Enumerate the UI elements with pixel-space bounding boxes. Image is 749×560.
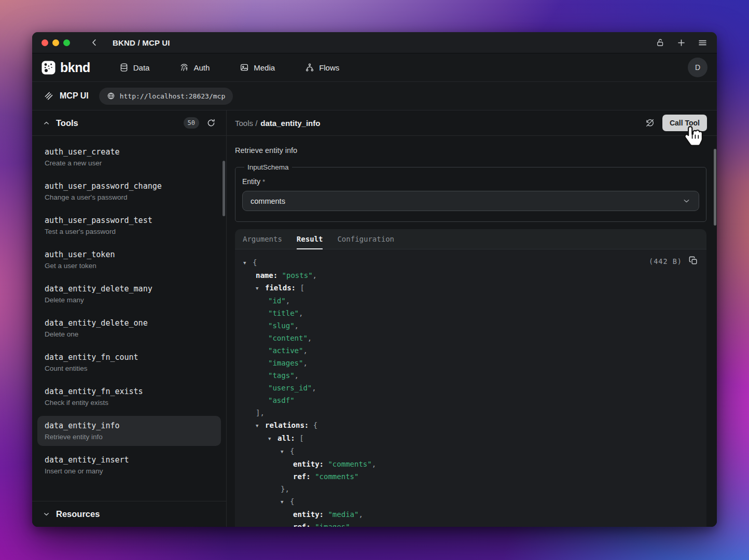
tab-arguments[interactable]: Arguments bbox=[243, 229, 282, 249]
json-punct: , bbox=[295, 371, 299, 380]
json-punct: , bbox=[299, 309, 303, 317]
nav-item-media[interactable]: Media bbox=[240, 63, 275, 72]
call-tool-button[interactable]: Call Tool bbox=[662, 115, 707, 131]
main-panel: Tools / data_entity_info Call Tool Retri… bbox=[227, 110, 717, 527]
json-punct: , bbox=[308, 334, 312, 342]
tool-name: data_entity_delete_many bbox=[45, 284, 214, 293]
main-scrollbar[interactable] bbox=[714, 149, 716, 226]
nav-item-label: Auth bbox=[193, 63, 210, 72]
json-line: "asdf" bbox=[243, 394, 698, 407]
tool-name: data_entity_delete_one bbox=[45, 318, 214, 328]
nav-item-label: Media bbox=[254, 63, 275, 72]
back-icon[interactable] bbox=[90, 38, 99, 47]
json-line: name: "posts", bbox=[243, 269, 698, 282]
sidebar-item-auth_user_create[interactable]: auth_user_createCreate a new user bbox=[37, 142, 221, 172]
json-punct: { bbox=[253, 258, 257, 267]
json-punct: , bbox=[303, 346, 307, 355]
tool-name: data_entity_info bbox=[45, 421, 214, 430]
server-url-pill[interactable]: http://localhost:28623/mcp bbox=[99, 88, 233, 105]
bknd-logo-icon bbox=[41, 61, 56, 75]
json-punct: [ bbox=[300, 284, 304, 292]
close-window-button[interactable] bbox=[41, 39, 48, 46]
sidebar-item-auth_user_password_test[interactable]: auth_user_password_testTest a user's pas… bbox=[37, 211, 221, 241]
sidebar-item-data_entity_fn_count[interactable]: data_entity_fn_countCount entities bbox=[37, 347, 221, 377]
refresh-icon[interactable] bbox=[206, 118, 216, 128]
app-window: BKND / MCP UI bknd DataAuthMediaFlows D bbox=[32, 32, 717, 527]
json-line: "images", bbox=[243, 357, 698, 369]
nav-item-flows[interactable]: Flows bbox=[305, 63, 339, 72]
maximize-window-button[interactable] bbox=[63, 39, 70, 46]
json-punct: [ bbox=[299, 434, 303, 442]
tab-result[interactable]: Result bbox=[297, 229, 323, 249]
json-key: name: bbox=[256, 271, 282, 279]
nav-item-auth[interactable]: Auth bbox=[179, 63, 210, 72]
sidebar-item-auth_user_password_change[interactable]: auth_user_password_changeChange a user's… bbox=[37, 176, 221, 206]
json-string: "users_id" bbox=[268, 384, 312, 392]
sidebar-scrollbar[interactable] bbox=[223, 161, 225, 216]
sidebar-item-data_entity_fn_exists[interactable]: data_entity_fn_existsCheck if entity exi… bbox=[37, 382, 221, 412]
lock-open-icon[interactable] bbox=[656, 38, 665, 47]
json-punct: , bbox=[358, 510, 363, 519]
json-line: ▼{ bbox=[243, 495, 698, 508]
tool-description: Delete many bbox=[45, 296, 214, 304]
json-key: ref: bbox=[293, 472, 315, 481]
json-key: relations: bbox=[265, 421, 313, 429]
json-punct: { bbox=[290, 447, 294, 455]
collapse-toggle-icon[interactable]: ▼ bbox=[281, 496, 290, 508]
json-string: "media" bbox=[328, 510, 358, 519]
history-off-icon[interactable] bbox=[645, 118, 655, 128]
input-schema-fieldset: InputSchema Entity* comments bbox=[235, 163, 706, 222]
tool-description: Delete one bbox=[45, 330, 214, 338]
json-line: ▼{ bbox=[243, 445, 698, 458]
json-line: entity: "media", bbox=[243, 508, 698, 521]
tool-description: Insert one or many bbox=[45, 467, 214, 475]
sidebar-item-auth_user_token[interactable]: auth_user_tokenGet a user token bbox=[37, 245, 221, 275]
copy-icon[interactable] bbox=[688, 256, 698, 265]
server-url: http://localhost:28623/mcp bbox=[120, 92, 226, 100]
entity-select[interactable]: comments bbox=[242, 191, 699, 211]
breadcrumb-current: data_entity_info bbox=[260, 119, 320, 128]
tab-configuration[interactable]: Configuration bbox=[337, 229, 394, 249]
tool-description: Change a user's password bbox=[45, 193, 214, 201]
json-punct: , bbox=[286, 297, 290, 305]
json-punct: , bbox=[313, 271, 317, 279]
nav-item-data[interactable]: Data bbox=[119, 63, 150, 72]
mcp-bar: MCP UI http://localhost:28623/mcp bbox=[32, 82, 717, 110]
json-line: ▼fields: [ bbox=[243, 282, 698, 295]
sidebar-item-data_entity_info[interactable]: data_entity_infoRetrieve entity info bbox=[37, 416, 221, 446]
json-punct: , bbox=[312, 384, 316, 392]
json-string: "content" bbox=[268, 334, 308, 342]
resources-section-header[interactable]: Resources bbox=[32, 501, 226, 527]
breadcrumb[interactable]: Tools / bbox=[235, 119, 257, 128]
minimize-window-button[interactable] bbox=[52, 39, 59, 46]
json-key: ref: bbox=[293, 523, 315, 527]
new-tab-icon[interactable] bbox=[676, 38, 686, 48]
tool-name: data_entity_fn_exists bbox=[45, 387, 214, 396]
json-string: "tags" bbox=[268, 371, 295, 380]
entity-field-label: Entity* bbox=[242, 177, 699, 186]
collapse-toggle-icon[interactable]: ▼ bbox=[243, 257, 253, 269]
sidebar-item-data_entity_delete_one[interactable]: data_entity_delete_oneDelete one bbox=[37, 313, 221, 343]
menu-icon[interactable] bbox=[698, 38, 708, 48]
nav-item-label: Data bbox=[133, 63, 150, 72]
collapse-toggle-icon[interactable]: ▼ bbox=[256, 419, 265, 432]
collapse-toggle-icon[interactable]: ▼ bbox=[268, 432, 278, 445]
tools-section-label: Tools bbox=[56, 118, 78, 128]
json-line: entity: "comments", bbox=[243, 458, 698, 470]
json-punct: ], bbox=[256, 409, 265, 417]
database-icon bbox=[119, 63, 129, 72]
sidebar-item-data_entity_delete_many[interactable]: data_entity_delete_manyDelete many bbox=[37, 279, 221, 309]
avatar[interactable]: D bbox=[688, 58, 708, 77]
tab-bar: ArgumentsResultConfiguration bbox=[235, 229, 706, 249]
json-string: "comments" bbox=[315, 472, 358, 481]
json-line: "title", bbox=[243, 307, 698, 319]
json-string: "active" bbox=[268, 346, 303, 355]
collapse-toggle-icon[interactable]: ▼ bbox=[256, 282, 265, 295]
brand-name: bknd bbox=[60, 60, 90, 75]
collapse-toggle-icon[interactable]: ▼ bbox=[281, 445, 290, 458]
sidebar-item-data_entity_insert[interactable]: data_entity_insertInsert one or many bbox=[37, 450, 221, 480]
result-panel: ArgumentsResultConfiguration (442 B) ▼{n… bbox=[235, 229, 706, 527]
tools-section-header[interactable]: Tools 50 bbox=[32, 110, 226, 136]
json-line: ▼{ bbox=[243, 256, 698, 269]
brand-logo[interactable]: bknd bbox=[41, 60, 90, 75]
